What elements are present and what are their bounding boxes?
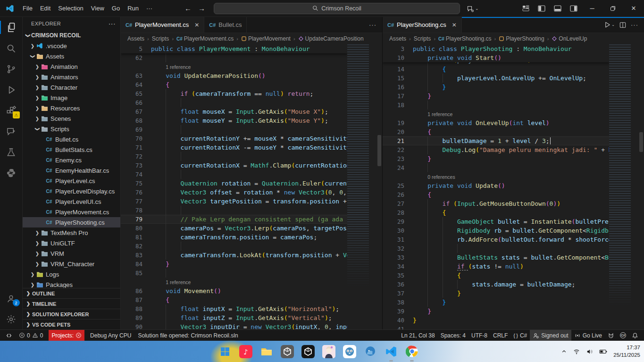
activity-account-icon[interactable]: 2 [0, 288, 23, 309]
tree-item-vrm-character[interactable]: ❯VRM_Character [23, 259, 120, 269]
code-line-73[interactable]: 73currentRotationX = Mathf.Clamp(current… [121, 161, 347, 170]
editor-scrollbar[interactable] [638, 44, 644, 329]
taskbar-avatar-icon[interactable] [322, 345, 336, 359]
taskbar-godot-icon[interactable] [343, 345, 357, 359]
go-live[interactable]: Go Live [571, 330, 605, 341]
tree-item-image[interactable]: ❯Image [23, 93, 120, 103]
code-line-18[interactable]: 18 [383, 101, 609, 109]
breadcrumb-item-playershooting[interactable]: PlayerShooting [499, 35, 544, 42]
close-window-button[interactable]: ✕ [623, 0, 644, 17]
breadcrumb-item-playermovement-cs[interactable]: C#PlayerMovement.cs [176, 35, 234, 42]
code-line-82[interactable]: 82 [121, 242, 347, 251]
menu-run[interactable]: Run [124, 3, 142, 14]
toggle-primary-sidebar-icon[interactable] [534, 0, 550, 17]
code-line-38[interactable]: 38} [383, 298, 609, 307]
editor-scrollbar[interactable] [376, 44, 382, 329]
code-editor-right[interactable]: 3public class PlayerShooting : MonoBehav… [383, 44, 644, 329]
tree-item-enemy-cs[interactable]: C#Enemy.cs [23, 155, 120, 165]
code-line-29[interactable]: 29GameObject bullet = Instantiate(bullet… [383, 217, 609, 226]
tree-item-playerlevelui-cs[interactable]: C#PlayerLevelUI.cs [23, 196, 120, 207]
volume-icon[interactable] [586, 348, 594, 355]
code-line-83[interactable]: 83cameraTransform.LookAt(transform.posit… [121, 251, 347, 260]
codelens-label[interactable]: 1 reference [166, 279, 191, 285]
close-tab-icon[interactable]: ✕ [194, 22, 199, 28]
minimize-button[interactable]: ─ [582, 0, 602, 17]
remote-indicator[interactable] [3, 330, 15, 341]
menu-view[interactable]: View [87, 3, 108, 14]
tree-item-vrm[interactable]: ❯VRM [23, 248, 120, 259]
breadcrumb[interactable]: Assets›Scripts›C#PlayerShooting.cs›Playe… [383, 33, 644, 44]
tab-playershooting-cs[interactable]: C#PlayerShooting.cs✕ [383, 17, 462, 33]
code-line-86[interactable]: 86void Movement() [121, 286, 347, 295]
codelens-label[interactable]: 0 references [427, 174, 455, 180]
menu-selection[interactable]: Selection [54, 3, 87, 14]
code-editor-left[interactable]: 5public class PlayerMovement : MonoBehav… [121, 44, 382, 329]
problems-indicator[interactable]: 0 0 [16, 330, 46, 341]
encoding[interactable]: UTF-8 [468, 330, 490, 341]
activity-extensions-icon[interactable]: ⚠ [0, 100, 23, 121]
code-line-5[interactable]: 5public class PlayerMovement : MonoBehav… [121, 44, 347, 53]
activity-search-icon[interactable] [0, 38, 23, 59]
code-line-39[interactable]: 39} [383, 307, 609, 316]
split-editor-icon[interactable] [619, 22, 626, 28]
code-line-72[interactable]: 72 [121, 152, 347, 161]
code-line-27[interactable]: 27if (Input.GetMouseButtonDown(0)) [383, 199, 609, 208]
taskbar-start-icon[interactable] [218, 345, 232, 359]
minimap[interactable] [347, 44, 376, 329]
code-line-36[interactable]: 36stats.damage = bulletDamage; [383, 280, 609, 289]
breadcrumb-item-scripts[interactable]: Scripts [152, 35, 169, 42]
tree-item-logs[interactable]: ❯Logs [23, 269, 120, 279]
breadcrumb[interactable]: Assets›Scripts›C#PlayerMovement.cs›Playe… [121, 33, 382, 44]
code-line-64[interactable]: 64{ [121, 80, 347, 89]
breadcrumb-item-updatecameraposition[interactable]: UpdateCameraPosition [298, 35, 364, 42]
tree-item-bullet-cs[interactable]: C#Bullet.cs [23, 134, 120, 144]
code-line-75[interactable]: 75Quaternion rotation = Quaternion.Euler… [121, 179, 347, 188]
code-line-25[interactable]: 25private void Update() [383, 181, 609, 190]
code-line-23[interactable]: 23} [383, 154, 609, 163]
code-line-66[interactable]: 66 [121, 98, 347, 107]
command-center-search[interactable]: Crimson Recoil [214, 3, 460, 14]
code-line-88[interactable]: 88float inputX = Input.GetAxis("Horizont… [121, 304, 347, 313]
tab-bullet-cs[interactable]: C#Bullet.cs [204, 17, 247, 33]
tree-item-playerlevel-cs[interactable]: C#PlayerLevel.cs [23, 176, 120, 186]
explorer-more-actions-icon[interactable]: ··· [109, 20, 116, 27]
tree-root-crimson-recoil[interactable]: ❯ CRIMSON RECOIL [23, 30, 120, 41]
breadcrumb-item-assets[interactable]: Assets [389, 35, 406, 42]
breadcrumb-item-playermovement[interactable]: PlayerMovement [241, 35, 291, 42]
copilot-menu[interactable]: ⌄ [467, 5, 479, 12]
customize-layout-icon[interactable] [518, 0, 534, 17]
section-outline[interactable]: ❯OUTLINE [23, 288, 120, 298]
code-line-24[interactable]: 24 [383, 163, 609, 172]
tree-item-textmesh-pro[interactable]: ❯TextMesh Pro [23, 227, 120, 238]
activity-python-icon[interactable] [0, 162, 23, 183]
tree-item-animation[interactable]: ❯Animation [23, 61, 120, 72]
taskbar-clock[interactable]: 17:37 25/11/2025 [613, 344, 640, 359]
taskbar-vscode-icon[interactable] [384, 345, 398, 359]
tree-item-assets[interactable]: ❯Assets [23, 51, 120, 61]
code-line-65[interactable]: 65if (cameraTransform == null) return; [121, 89, 347, 98]
code-line-41[interactable]: 41 [383, 325, 609, 329]
taskbar-explorer-icon[interactable] [259, 345, 274, 359]
code-line-76[interactable]: 76Vector3 offset = rotation * new Vector… [121, 188, 347, 197]
tree-item-scripts[interactable]: ❯Scripts [23, 124, 120, 134]
vscode-pets-icon[interactable] [605, 330, 617, 341]
tree-item-vscode[interactable]: ❯.vscode [23, 41, 120, 51]
code-line-67[interactable]: 67float mouseX = Input.GetAxis("Mouse X"… [121, 107, 347, 116]
code-line-80[interactable]: 80cameraPos = Vector3.Lerp(cameraPos, ta… [121, 224, 347, 233]
activity-testing-icon[interactable] [0, 142, 23, 162]
code-line-62[interactable]: 62 [121, 53, 347, 62]
breadcrumb-item-assets[interactable]: Assets [127, 35, 144, 42]
code-line-28[interactable]: 28{ [383, 208, 609, 217]
code-line-14[interactable]: 14{ [383, 65, 609, 74]
code-line-77[interactable]: 77Vector3 targetPosition = transform.pos… [121, 197, 347, 206]
taskbar-unity-hub-icon[interactable] [280, 345, 294, 359]
activity-chat-icon[interactable] [0, 121, 23, 142]
activity-run-debug-icon[interactable] [0, 79, 23, 100]
code-line-26[interactable]: 26{ [383, 190, 609, 199]
taskbar-elephant-icon[interactable] [363, 345, 377, 359]
projects-status[interactable]: Projects: [49, 330, 84, 341]
code-line-69[interactable]: 69 [121, 125, 347, 134]
tree-item-playermovement-cs[interactable]: C#PlayerMovement.cs [23, 207, 120, 217]
breadcrumb-item-onlevelup[interactable]: OnLevelUp [552, 35, 587, 42]
code-line-68[interactable]: 68float mouseY = Input.GetAxis("Mouse Y"… [121, 116, 347, 125]
